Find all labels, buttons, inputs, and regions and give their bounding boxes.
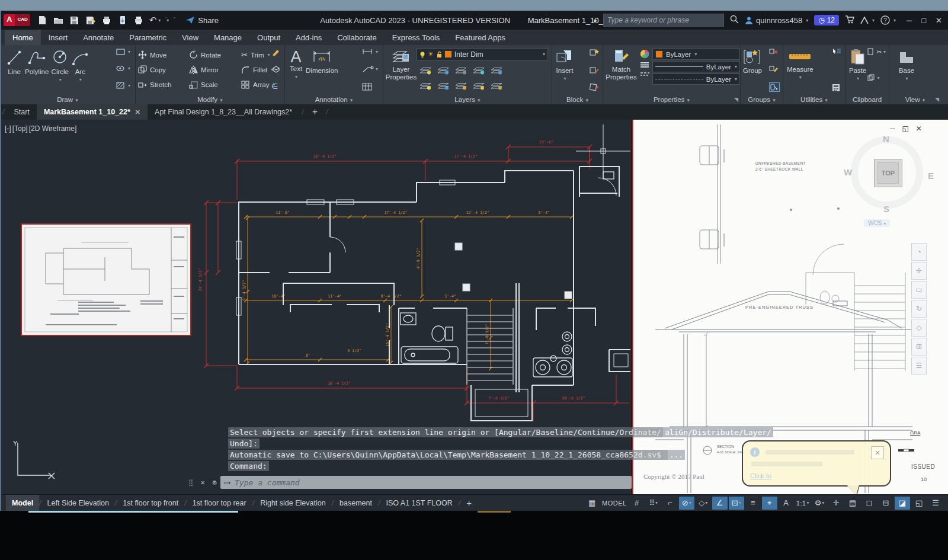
panel-label-view[interactable]: View ▾ (889, 96, 941, 103)
layer-dropdown[interactable]: ☀ Inter Dim ▾ (417, 48, 548, 60)
redo-icon[interactable]: ↷ (165, 15, 167, 20)
panel-label-groups[interactable]: Groups ▾ (741, 96, 783, 103)
nav-tool-icon-3[interactable]: ↻ (911, 300, 927, 318)
group-edit-icon[interactable] (769, 65, 780, 73)
print-icon[interactable] (133, 15, 144, 25)
ribbon-tab-collaborate[interactable]: Collaborate (329, 30, 385, 45)
dropdown-caret-icon[interactable]: ▾ (705, 500, 707, 505)
annotation-monitor-icon[interactable]: ✛ (828, 497, 844, 510)
viewcube-east[interactable]: E (928, 171, 934, 181)
cart-icon[interactable] (845, 15, 854, 26)
layer-freeze-icon[interactable] (452, 62, 470, 78)
save-icon[interactable] (69, 15, 80, 25)
insert-button[interactable]: Insert▾ (556, 45, 574, 91)
copy-clip-icon[interactable]: ▾ (867, 74, 886, 81)
graphics-performance-icon[interactable]: ◪ (895, 497, 910, 510)
measure-button[interactable]: Measure▾ (787, 45, 814, 91)
layer-unlock-all-icon[interactable] (470, 78, 488, 93)
recent-commands-icon[interactable]: ▭▾ (224, 479, 231, 486)
dropdown-caret-icon[interactable]: ▾ (655, 500, 658, 505)
layer-on-all-icon[interactable] (417, 78, 434, 93)
search-icon[interactable] (730, 15, 739, 26)
group-button[interactable]: Group (743, 45, 762, 91)
linetype-dropdown[interactable]: ByLayer▾ (652, 73, 740, 85)
ellipse-tool-icon[interactable]: ▾ (116, 65, 130, 72)
layer-dropdown-caret[interactable]: ▾ (543, 52, 545, 57)
leader-icon[interactable]: ▾ (362, 66, 378, 73)
viewcube-north[interactable]: N (883, 134, 889, 144)
nav-tool-icon-2[interactable]: ▭ (911, 281, 927, 299)
group-selection-icon[interactable] (769, 82, 780, 92)
minimize-button[interactable]: ─ (907, 16, 912, 25)
panel-label-clipboard[interactable]: Clipboard (845, 96, 889, 103)
child-restore-icon[interactable]: ◱ (902, 124, 909, 133)
rectangle-tool-icon[interactable]: ▾ (116, 48, 130, 56)
nav-tool-icon-0[interactable]: ◔ (911, 243, 927, 261)
nav-tool-icon-6[interactable]: ☰ (911, 357, 927, 375)
layout-tab-left-side-elevation[interactable]: Left Side Elevation (41, 495, 115, 511)
transfer-icon[interactable] (117, 15, 128, 25)
linear-dimension-icon[interactable]: ▾ (362, 48, 378, 55)
new-layout-button[interactable]: + (460, 495, 478, 511)
ribbon-tab-output[interactable]: Output (249, 30, 288, 45)
qat-customize-icon[interactable]: ≂ (173, 15, 175, 20)
nav-tool-icon-4[interactable]: ◇ (911, 319, 927, 337)
notification-balloon[interactable]: i ✕ Click to (742, 440, 891, 487)
ribbon-tab-add-ins[interactable]: Add-ins (288, 30, 329, 45)
lineweight-icon[interactable] (640, 62, 649, 69)
viewport-control-minus[interactable]: [-] (5, 124, 11, 133)
autocad-logo-icon[interactable]: ACAD (4, 14, 30, 26)
close-button[interactable]: ✕ (936, 16, 942, 25)
nav-tool-icon-1[interactable]: ✛ (911, 262, 927, 280)
balloon-link[interactable]: Click to (750, 472, 771, 479)
layout-tab-basement[interactable]: basement (334, 495, 378, 511)
viewport-control-view[interactable]: [Top] (12, 124, 28, 133)
trial-countdown-badge[interactable]: ◷12 (814, 15, 839, 25)
object-color-dropdown[interactable]: ByLayer▾ (652, 49, 740, 60)
new-file-icon[interactable] (37, 15, 48, 25)
share-button[interactable]: Share (185, 16, 219, 25)
model-space-button[interactable]: MODEL (601, 497, 628, 510)
grid-display-icon[interactable]: # (629, 497, 645, 510)
panel-label-draw[interactable]: Draw ▾ (0, 96, 135, 103)
ribbon-tab-insert[interactable]: Insert (41, 30, 76, 45)
dropdown-caret-icon[interactable]: ▾ (822, 500, 824, 505)
properties-expander-icon[interactable]: ◥ (734, 97, 738, 103)
stairs[interactable] (467, 308, 513, 385)
scale-button[interactable]: Scale (187, 77, 239, 92)
edit-block-icon[interactable] (590, 66, 599, 73)
linetype-icon[interactable] (640, 72, 649, 78)
object-snap-tracking-icon[interactable]: ∠ (712, 497, 728, 510)
polyline-button[interactable]: Polyline (25, 45, 49, 91)
file-tab-start[interactable]: Start (7, 104, 36, 120)
layout-sheet-preview[interactable] (21, 223, 191, 336)
overkill-icon[interactable]: ∈ (271, 82, 281, 91)
layer-thaw-all-icon[interactable] (434, 78, 452, 93)
ribbon-tab-annotate[interactable]: Annotate (75, 30, 121, 45)
explode-icon[interactable] (271, 65, 281, 73)
command-option-highlight[interactable]: ... (668, 450, 685, 460)
panel-label-layers[interactable]: Layers ▾ (383, 96, 552, 103)
quick-calculator-icon[interactable] (832, 84, 841, 92)
layout-tab-1st-floor-top-front[interactable]: 1st floor top front (117, 495, 184, 511)
isometric-drafting-icon[interactable]: ◇▾ (696, 497, 711, 510)
layer-off-icon[interactable] (417, 62, 434, 78)
panel-label-modify[interactable]: Modify ▾ (136, 96, 284, 103)
layer-properties-button[interactable]: Layer Properties (386, 45, 417, 91)
save-as-icon[interactable] (85, 15, 96, 25)
autodesk-app-menu[interactable]: ▾ (860, 17, 875, 24)
command-customize-icon[interactable]: ⚙ (209, 478, 220, 487)
layer-lock-icon[interactable] (470, 62, 488, 78)
file-tab-markbasement-1-10-22[interactable]: MarkBasement 1_10_22*✕ (37, 104, 148, 120)
circle-button[interactable]: Circle▾ (51, 45, 69, 91)
object-snap-icon[interactable]: ⊡▾ (729, 497, 744, 510)
layout-tab-model[interactable]: Model (6, 495, 39, 511)
ungroup-icon[interactable] (769, 48, 780, 56)
ribbon-tab-view[interactable]: View (174, 30, 206, 45)
balloon-close-icon[interactable]: ✕ (871, 446, 884, 459)
panel-label-util[interactable]: Utilities ▾ (783, 96, 845, 103)
dropdown-caret-icon[interactable]: ▾ (739, 500, 741, 505)
line-button[interactable]: Line (6, 45, 23, 91)
undo-icon[interactable]: ↶ (149, 15, 157, 25)
account-menu[interactable]: quinnross458▾ (745, 16, 808, 25)
